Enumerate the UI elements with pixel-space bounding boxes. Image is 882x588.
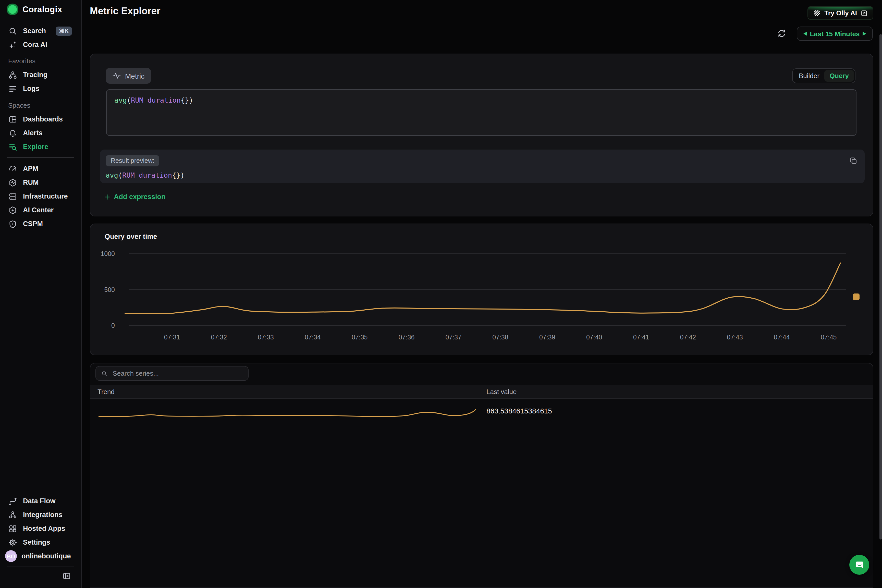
- sidebar-item-hosted-apps[interactable]: Hosted Apps: [0, 522, 81, 536]
- code-open-paren: (: [127, 96, 131, 104]
- favorites-section-title: Favorites: [8, 57, 36, 65]
- code-function: avg: [114, 96, 127, 104]
- builder-query-toggle: Builder Query: [792, 68, 855, 83]
- scrollbar-thumb[interactable]: [879, 34, 882, 540]
- svg-text:07:42: 07:42: [680, 333, 696, 341]
- series-search-input[interactable]: [112, 369, 243, 378]
- query-over-time-chart[interactable]: 0500100007:3107:3207:3307:3407:3507:3607…: [90, 224, 874, 356]
- try-olly-ai-button[interactable]: Try Olly AI: [807, 6, 873, 20]
- brand[interactable]: Coralogix: [7, 4, 62, 15]
- add-expression-button[interactable]: Add expression: [104, 193, 166, 201]
- time-range-label: Last 15 Minutes: [810, 30, 860, 38]
- series-table-panel: Trend Last value 863.5384615384615: [90, 363, 873, 588]
- svg-text:07:45: 07:45: [821, 333, 837, 341]
- svg-text:1000: 1000: [100, 250, 115, 257]
- metric-type-chip[interactable]: Metric: [106, 68, 151, 84]
- sidebar-item-label: Search: [23, 27, 46, 35]
- sidebar-item-cora-ai[interactable]: Cora AI: [0, 38, 81, 51]
- sidebar-item-tracing[interactable]: Tracing: [0, 68, 81, 82]
- svg-text:500: 500: [104, 286, 115, 293]
- settings-gear-icon: [8, 538, 17, 547]
- svg-text:07:38: 07:38: [492, 333, 508, 341]
- add-expression-label: Add expression: [114, 193, 166, 201]
- query-panel: Metric Builder Query avg(RUM_duration{})…: [90, 54, 873, 216]
- sidebar-item-apm[interactable]: APM: [0, 162, 81, 176]
- tracing-icon: [8, 70, 17, 80]
- hosted-apps-icon: [8, 524, 17, 533]
- svg-text:0: 0: [111, 322, 115, 329]
- code-close: {}): [172, 171, 184, 179]
- account-name: onlineboutique: [21, 552, 71, 560]
- table-row[interactable]: 863.5384615384615: [90, 398, 873, 425]
- sidebar-item-label: Logs: [23, 85, 39, 92]
- account-menu[interactable]: BO onlineboutique: [0, 549, 81, 563]
- sidebar-item-label: AI Center: [23, 206, 54, 214]
- sidebar-item-ai-center[interactable]: AI Center: [0, 203, 81, 217]
- ai-center-icon: [8, 206, 17, 214]
- trend-sparkline: [99, 401, 476, 422]
- waveform-icon: [112, 72, 121, 80]
- sidebar-item-alerts[interactable]: Alerts: [0, 126, 81, 140]
- integrations-icon: [8, 510, 17, 519]
- column-header-last-value[interactable]: Last value: [486, 388, 517, 396]
- result-preview-code: avg(RUM_duration{}): [106, 171, 184, 179]
- sidebar-item-integrations[interactable]: Integrations: [0, 508, 81, 522]
- refresh-icon: [777, 28, 786, 38]
- code-close: {}): [181, 96, 193, 104]
- logs-icon: [8, 84, 17, 93]
- sidebar-footer: Data Flow Integrations Hosted Apps Setti…: [0, 494, 81, 588]
- spaces-section-title: Spaces: [8, 102, 30, 109]
- infrastructure-icon: [8, 192, 17, 201]
- chat-bubble-icon: [854, 559, 865, 570]
- code-metric-name: RUM_duration: [131, 96, 181, 104]
- sidebar-item-label: Settings: [23, 538, 50, 546]
- svg-text:07:41: 07:41: [633, 333, 649, 341]
- sidebar-item-search[interactable]: Search ⌘K: [0, 24, 81, 38]
- code-function: avg: [106, 171, 118, 179]
- sidebar-item-data-flow[interactable]: Data Flow: [0, 494, 81, 508]
- chat-launcher-button[interactable]: [849, 555, 869, 575]
- query-code-editor[interactable]: avg(RUM_duration{}): [106, 89, 856, 136]
- coralogix-logo-icon: [7, 4, 18, 15]
- cspm-shield-icon: [8, 219, 17, 228]
- sidebar-item-settings[interactable]: Settings: [0, 536, 81, 549]
- apm-gauge-icon: [8, 164, 17, 173]
- sidebar-item-explore[interactable]: Explore: [0, 140, 81, 154]
- svg-text:07:39: 07:39: [539, 333, 555, 341]
- svg-text:07:35: 07:35: [352, 333, 368, 341]
- sidebar-divider: [7, 157, 74, 158]
- sidebar-item-label: Infrastructure: [23, 192, 68, 200]
- sidebar-item-label: Cora AI: [23, 41, 47, 48]
- tab-builder[interactable]: Builder: [794, 70, 825, 82]
- series-table-header: Trend Last value: [90, 385, 873, 399]
- column-divider: [482, 387, 482, 396]
- tab-query[interactable]: Query: [825, 70, 854, 82]
- sidebar-item-rum[interactable]: RUM: [0, 176, 81, 189]
- search-icon: [101, 370, 108, 377]
- sidebar-item-infrastructure[interactable]: Infrastructure: [0, 189, 81, 203]
- copy-button[interactable]: [849, 156, 858, 165]
- sidebar-item-cspm[interactable]: CSPM: [0, 217, 81, 231]
- collapse-sidebar-button[interactable]: [62, 572, 71, 580]
- sidebar-item-dashboards[interactable]: Dashboards: [0, 112, 81, 126]
- sidebar-item-label: Tracing: [23, 71, 48, 79]
- chart-panel: Query over time 0500100007:3107:3207:330…: [90, 224, 873, 355]
- sidebar-item-label: Hosted Apps: [23, 525, 65, 532]
- sidebar: Coralogix Search ⌘K Cora AI Favorites: [0, 0, 82, 588]
- time-range-prev-icon[interactable]: [803, 31, 807, 36]
- sidebar-item-logs[interactable]: Logs: [0, 82, 81, 96]
- time-range-picker[interactable]: Last 15 Minutes: [797, 27, 873, 41]
- column-header-trend[interactable]: Trend: [98, 388, 115, 396]
- copy-icon: [849, 156, 858, 165]
- sidebar-item-label: CSPM: [23, 220, 43, 228]
- page-title: Metric Explorer: [90, 6, 160, 17]
- page-scrollbar[interactable]: [879, 0, 882, 588]
- sidebar-item-label: Data Flow: [23, 497, 56, 505]
- refresh-button[interactable]: [777, 28, 786, 38]
- series-search-box[interactable]: [96, 366, 249, 381]
- svg-text:07:37: 07:37: [446, 333, 462, 341]
- time-range-next-icon[interactable]: [862, 31, 867, 36]
- app-window: Coralogix Search ⌘K Cora AI Favorites: [0, 0, 882, 588]
- sparkles-icon: [8, 40, 17, 49]
- result-preview-panel: Result preview: avg(RUM_duration{}): [100, 150, 865, 183]
